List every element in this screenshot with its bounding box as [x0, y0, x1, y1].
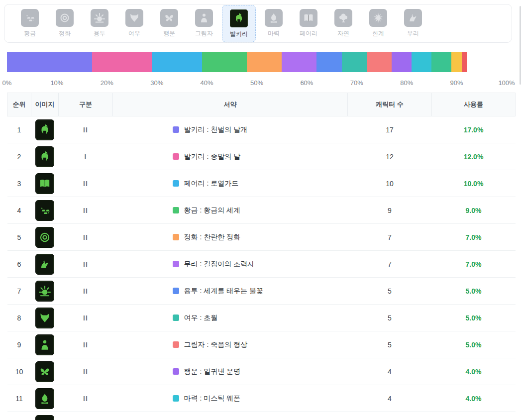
- column-header: 서약: [113, 93, 348, 116]
- count-cell: 9: [348, 197, 432, 224]
- fox-icon: [128, 12, 140, 24]
- axis-tick: 100%: [498, 79, 515, 87]
- fox-icon: [38, 312, 51, 324]
- image-cell: [31, 197, 59, 224]
- bar-segment-9[interactable]: [367, 52, 392, 72]
- rank-cell: 12: [7, 412, 31, 420]
- bar-segment-14[interactable]: [462, 52, 467, 72]
- filter-icon-box: [56, 9, 74, 27]
- filter-item-1[interactable]: 황금: [12, 9, 47, 38]
- filter-item-12[interactable]: 무리: [396, 9, 430, 38]
- bar-segment-11[interactable]: [412, 52, 431, 72]
- filter-icon-box: [91, 9, 108, 27]
- oath-label: 페어리 : 로열가드: [184, 179, 239, 188]
- column-header: 캐릭터 수: [348, 93, 432, 116]
- oath-cell: 자연 : 기상 이변: [113, 412, 348, 420]
- division-cell: II: [59, 197, 113, 224]
- usage-cell: 9.0%: [432, 197, 516, 224]
- filter-item-10[interactable]: 자연: [326, 9, 361, 38]
- tree-icon: [337, 12, 349, 24]
- table-row[interactable]: 3II페어리 : 로열가드1010.0%: [7, 170, 516, 197]
- filter-icon-box: [195, 9, 213, 27]
- table-row[interactable]: 5II정화 : 찬란한 정화77.0%: [7, 224, 516, 251]
- filter-item-11[interactable]: 한계: [361, 9, 396, 38]
- filter-item-4[interactable]: 여우: [117, 9, 152, 38]
- trait-image: [35, 308, 54, 328]
- table-row[interactable]: 10II행운 : 일궈낸 운명44.0%: [7, 358, 516, 385]
- filter-label: 자연: [337, 29, 349, 38]
- table-row[interactable]: 4II황금 : 황금의 세계99.0%: [7, 197, 516, 224]
- trait-image: [35, 200, 54, 221]
- image-cell: [31, 251, 59, 278]
- column-header: 이미지: [31, 93, 59, 116]
- usage-cell: 4.0%: [432, 358, 516, 385]
- filter-item-5[interactable]: 행운: [152, 9, 187, 38]
- filter-item-7-selected[interactable]: 발키리: [222, 5, 256, 42]
- count-cell: 12: [348, 143, 432, 170]
- oath-label: 그림자 : 죽음의 형상: [184, 340, 248, 349]
- butterfly-icon: [163, 12, 175, 24]
- filter-icon-box: [369, 9, 387, 27]
- table-row[interactable]: 12II자연 : 기상 이변44.0%: [7, 412, 516, 420]
- percent-axis: 0%10%20%30%40%50%60%70%80%90%100%: [7, 79, 507, 87]
- bar-segment-12[interactable]: [431, 52, 451, 72]
- bar-segment-8[interactable]: [342, 52, 367, 72]
- trait-image: [35, 361, 54, 382]
- image-cell: [31, 224, 59, 251]
- fire-icon: [38, 392, 51, 405]
- table-row[interactable]: 11II마력 : 미스틱 웨폰44.0%: [7, 385, 516, 412]
- bar-segment-13[interactable]: [451, 52, 461, 72]
- oath-cell: 용투 : 세계를 태우는 불꽃: [113, 278, 348, 305]
- book-icon: [303, 12, 314, 24]
- filter-item-3[interactable]: 용투: [82, 9, 117, 38]
- oath-label: 무리 : 길잡이의 조력자: [184, 260, 255, 269]
- filter-item-6[interactable]: 그림자: [187, 9, 221, 38]
- division-cell: II: [59, 170, 113, 197]
- legend-swatch: [173, 207, 179, 213]
- image-cell: [31, 170, 59, 197]
- table-row[interactable]: 2I발키리 : 종말의 날1212.0%: [7, 143, 516, 170]
- bar-segment-10[interactable]: [392, 52, 412, 72]
- stacked-bar: [7, 52, 507, 72]
- filter-label: 페어리: [300, 29, 317, 38]
- bar-segment-7[interactable]: [316, 52, 341, 72]
- legend-swatch: [173, 395, 179, 402]
- filter-label: 여우: [128, 29, 140, 38]
- bar-segment-6[interactable]: [282, 52, 316, 72]
- image-cell: [31, 385, 59, 412]
- trait-image: [35, 119, 54, 140]
- bar-segment-1[interactable]: [7, 52, 92, 72]
- wolf-icon: [38, 258, 51, 271]
- table-row[interactable]: 8II여우 : 초월55.0%: [7, 305, 516, 331]
- column-header: 순위: [7, 93, 31, 116]
- oath-label: 발키리 : 종말의 날: [184, 152, 241, 161]
- filter-label: 한계: [372, 29, 384, 38]
- bar-segment-3[interactable]: [152, 52, 202, 72]
- image-cell: [31, 358, 59, 385]
- usage-cell: 4.0%: [432, 412, 516, 420]
- purify-icon: [38, 231, 51, 244]
- table-row[interactable]: 1II발키리 : 천벌의 날개1717.0%: [7, 116, 516, 143]
- count-cell: 5: [348, 278, 432, 305]
- scrollbar-thumb[interactable]: [520, 6, 521, 85]
- table-row[interactable]: 9II그림자 : 죽음의 형상55.0%: [7, 331, 516, 358]
- oath-label: 용투 : 세계를 태우는 불꽃: [184, 287, 263, 296]
- filter-item-8[interactable]: 마력: [256, 9, 291, 38]
- image-cell: [31, 143, 59, 170]
- filter-item-9[interactable]: 페어리: [291, 9, 326, 38]
- bar-segment-5[interactable]: [247, 52, 282, 72]
- rank-cell: 3: [7, 170, 31, 197]
- table-row[interactable]: 6II무리 : 길잡이의 조력자77.0%: [7, 251, 516, 278]
- gold-icon: [38, 204, 51, 217]
- filter-item-2[interactable]: 정화: [47, 9, 82, 38]
- filter-label: 무리: [407, 29, 419, 38]
- bar-segment-2[interactable]: [92, 52, 152, 72]
- legend-swatch: [173, 234, 179, 240]
- trait-image: [35, 281, 54, 302]
- filter-label: 그림자: [195, 29, 213, 38]
- count-cell: 7: [348, 251, 432, 278]
- bar-segment-4[interactable]: [202, 52, 247, 72]
- axis-tick: 30%: [150, 79, 163, 87]
- book-icon: [38, 177, 51, 190]
- table-row[interactable]: 7II용투 : 세계를 태우는 불꽃55.0%: [7, 278, 516, 305]
